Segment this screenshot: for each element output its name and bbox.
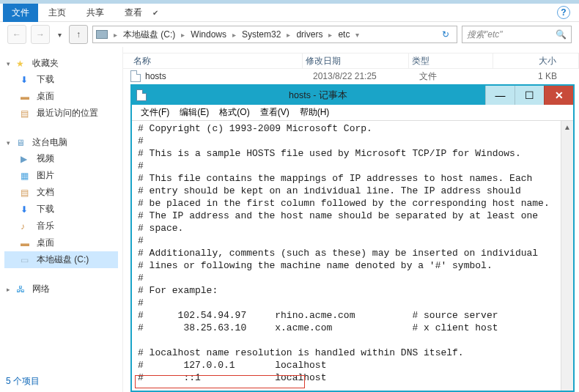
search-placeholder: 搜索"etc" <box>467 29 503 41</box>
nav-up-button[interactable]: ↑ <box>69 25 88 44</box>
notepad-menubar: 文件(F) 编辑(E) 格式(O) 查看(V) 帮助(H) <box>132 105 573 121</box>
desktop-icon: ▬ <box>21 92 32 102</box>
notepad-icon <box>136 89 147 101</box>
desktop-icon: ▬ <box>21 238 32 248</box>
disk-icon <box>96 30 108 39</box>
explorer-ribbon-tabs: 文件 主页 共享 查看 ✔ ? <box>0 4 579 22</box>
sidebar-item-downloads[interactable]: ⬇下载 <box>4 71 118 88</box>
sidebar-label-network: 网络 <box>32 283 50 295</box>
menu-file[interactable]: 文件(F) <box>136 105 174 120</box>
tab-home[interactable]: 主页 <box>38 4 76 22</box>
address-bar-row: ← → ▾ ↑ ▸ 本地磁盘 (C:) ▸ Windows ▸ System32… <box>0 22 579 47</box>
menu-format[interactable]: 格式(O) <box>215 105 254 120</box>
video-icon: ▶ <box>21 154 32 164</box>
expand-icon[interactable]: ▾ <box>4 60 12 67</box>
picture-icon: ▦ <box>21 171 32 181</box>
col-date[interactable]: 修改日期 <box>303 53 409 68</box>
addr-dropdown-icon[interactable]: ▾ <box>351 31 364 39</box>
file-row[interactable]: hosts 2013/8/22 21:25 文件 1 KB <box>123 69 579 84</box>
sidebar-group-favorites[interactable]: ▾ ★ 收藏夹 <box>4 57 118 70</box>
addr-seg-3[interactable]: drivers <box>296 29 322 40</box>
close-button[interactable]: ✕ <box>544 86 573 105</box>
sidebar-item-documents[interactable]: ▤文档 <box>4 184 118 201</box>
file-size: 1 KB <box>504 71 579 81</box>
highlight-box <box>135 375 305 388</box>
menu-edit[interactable]: 编辑(E) <box>175 105 213 120</box>
addr-seg-1[interactable]: Windows <box>191 29 226 40</box>
addr-seg-disk[interactable]: 本地磁盘 (C:) <box>123 29 175 41</box>
expand-icon[interactable]: ▾ <box>4 139 12 147</box>
sidebar-item-desktop[interactable]: ▬桌面 <box>4 88 118 105</box>
help-icon[interactable]: ? <box>557 6 570 19</box>
col-size[interactable]: 大小 <box>493 53 579 68</box>
nav-forward-button[interactable]: → <box>31 25 50 44</box>
sidebar-label-favorites: 收藏夹 <box>32 57 59 70</box>
sidebar-group-thispc[interactable]: ▾ 🖥 这台电脑 <box>4 136 118 149</box>
tab-share[interactable]: 共享 <box>76 4 114 22</box>
notepad-window: hosts - 记事本 — ☐ ✕ 文件(F) 编辑(E) 格式(O) 查看(V… <box>130 84 575 392</box>
tab-view[interactable]: 查看 <box>114 4 152 22</box>
star-icon: ★ <box>16 59 28 69</box>
music-icon: ♪ <box>21 221 32 232</box>
file-type: 文件 <box>419 70 504 83</box>
file-name: hosts <box>145 71 313 81</box>
file-icon <box>130 70 141 82</box>
sidebar-item-music[interactable]: ♪音乐 <box>4 218 118 234</box>
explorer-sidebar: ▾ ★ 收藏夹 ⬇下载 ▬桌面 ▤最近访问的位置 ▾ 🖥 这台电脑 ▶视频 ▦图… <box>0 47 123 392</box>
sidebar-item-downloads2[interactable]: ⬇下载 <box>4 201 118 218</box>
sidebar-item-localdisk-c[interactable]: ▭本地磁盘 (C:) <box>4 251 118 268</box>
col-name[interactable]: 名称 <box>130 53 303 68</box>
status-bar: 5 个项目 <box>6 375 40 388</box>
nav-back-button[interactable]: ← <box>7 25 26 44</box>
notepad-body: # Copyright (c) 1993-2009 Microsoft Corp… <box>132 121 573 391</box>
notepad-titlebar[interactable]: hosts - 记事本 — ☐ ✕ <box>132 86 573 105</box>
notepad-textarea[interactable]: # Copyright (c) 1993-2009 Microsoft Corp… <box>138 121 561 391</box>
sidebar-item-videos[interactable]: ▶视频 <box>4 150 118 167</box>
vertical-scrollbar[interactable]: ▲ <box>561 121 573 391</box>
col-type[interactable]: 类型 <box>409 53 493 68</box>
expand-icon[interactable]: ▸ <box>4 286 12 293</box>
file-date: 2013/8/22 21:25 <box>313 71 419 81</box>
tab-file[interactable]: 文件 <box>3 4 38 22</box>
menu-view[interactable]: 查看(V) <box>256 105 294 120</box>
pc-icon: 🖥 <box>16 138 28 148</box>
address-bar[interactable]: ▸ 本地磁盘 (C:) ▸ Windows ▸ System32 ▸ drive… <box>92 26 457 43</box>
document-icon: ▤ <box>21 188 32 198</box>
network-icon: 🖧 <box>16 284 28 295</box>
addr-seg-4[interactable]: etc <box>338 29 350 40</box>
download-icon: ⬇ <box>21 75 32 85</box>
sidebar-group-network[interactable]: ▸ 🖧 网络 <box>4 283 118 295</box>
search-input[interactable]: 搜索"etc" 🔍 <box>462 26 572 43</box>
window-controls: — ☐ ✕ <box>485 86 573 105</box>
sidebar-item-recent[interactable]: ▤最近访问的位置 <box>4 105 118 122</box>
recent-icon: ▤ <box>21 108 32 119</box>
nav-history-dropdown[interactable]: ▾ <box>54 31 64 39</box>
sidebar-item-pictures[interactable]: ▦图片 <box>4 167 118 184</box>
scroll-up-icon[interactable]: ▲ <box>561 121 573 133</box>
notepad-title: hosts - 记事本 <box>151 89 485 102</box>
refresh-icon[interactable]: ↻ <box>438 29 454 40</box>
minimize-button[interactable]: — <box>485 86 515 105</box>
addr-seg-2[interactable]: System32 <box>242 29 281 40</box>
file-list: hosts 2013/8/22 21:25 文件 1 KB <box>123 69 579 84</box>
sidebar-label-thispc: 这台电脑 <box>32 136 67 149</box>
column-headers: 名称 修改日期 类型 大小 <box>123 53 579 69</box>
search-icon[interactable]: 🔍 <box>556 29 567 40</box>
sidebar-item-desktop2[interactable]: ▬桌面 <box>4 234 118 251</box>
maximize-button[interactable]: ☐ <box>515 86 544 105</box>
menu-help[interactable]: 帮助(H) <box>295 105 334 120</box>
download-icon: ⬇ <box>21 204 32 215</box>
disk-icon: ▭ <box>21 255 32 265</box>
ribbon-expand-icon[interactable]: ✔ <box>152 9 158 17</box>
